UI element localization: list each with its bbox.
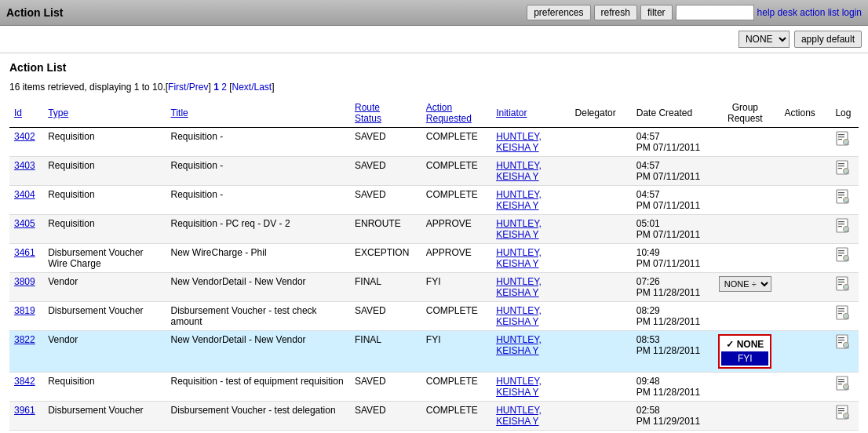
- cell-initiator: HUNTLEY,KEISHA Y: [491, 215, 570, 244]
- none-select[interactable]: NONE: [739, 31, 790, 48]
- svg-rect-26: [838, 253, 844, 253]
- cell-group-request: [710, 128, 779, 157]
- svg-rect-50: [838, 381, 844, 382]
- first-prev-link[interactable]: First/Prev: [168, 82, 208, 93]
- cell-route-status: SAVED: [350, 402, 421, 431]
- header-action-requested: ActionRequested: [421, 99, 491, 128]
- header-group-request: GroupRequest: [710, 99, 779, 128]
- filter-button[interactable]: filter: [640, 5, 673, 20]
- cell-id: 3461: [9, 244, 43, 273]
- log-icon[interactable]: 🔍: [836, 405, 850, 420]
- cell-title: Disbursement Voucher - test check amount: [166, 302, 350, 331]
- group-request-dropdown[interactable]: ✓ NONE FYI: [718, 334, 771, 369]
- table-row: 3405 Requisition Requisition - PC req - …: [9, 215, 859, 244]
- cell-title: Requisition -: [166, 157, 350, 186]
- table-row: 3402 Requisition Requisition - SAVED COM…: [9, 128, 859, 157]
- svg-text:🔍: 🔍: [845, 140, 851, 146]
- cell-group-request: NONE ÷: [710, 273, 779, 302]
- log-icon[interactable]: 🔍: [836, 276, 850, 292]
- svg-rect-32: [838, 282, 844, 282]
- svg-text:🔍: 🔍: [845, 385, 851, 391]
- cell-type: Requisition: [43, 186, 166, 215]
- table-row: 3404 Requisition Requisition - SAVED COM…: [9, 186, 859, 215]
- svg-rect-44: [838, 340, 844, 340]
- header-id: Id: [9, 99, 43, 128]
- cell-action-requested: APPROVE: [421, 215, 491, 244]
- sub-bar: NONE apply default: [0, 26, 868, 53]
- svg-rect-57: [838, 413, 842, 413]
- svg-rect-31: [838, 279, 844, 280]
- cell-id: 3403: [9, 157, 43, 186]
- cell-route-status: FINAL: [350, 331, 421, 373]
- cell-type: Disbursement Voucher: [43, 402, 166, 431]
- cell-actions: [779, 373, 827, 402]
- cell-delegator: [571, 302, 632, 331]
- cell-date-created: 04:57PM 07/11/2011: [632, 157, 710, 186]
- pagination-info: 16 items retrieved, displaying 1 to 10.[…: [9, 82, 859, 93]
- apply-default-button[interactable]: apply default: [794, 31, 862, 48]
- cell-date-created: 04:57PM 07/11/2011: [632, 128, 710, 157]
- header-log: Log: [828, 99, 859, 128]
- cell-title: Requisition -: [166, 128, 350, 157]
- search-input[interactable]: [676, 5, 754, 20]
- cell-date-created: 07:26PM 11/28/2011: [632, 273, 710, 302]
- svg-text:🔍: 🔍: [845, 344, 851, 349]
- cell-id: 3842: [9, 373, 43, 402]
- cell-route-status: SAVED: [350, 128, 421, 157]
- log-icon[interactable]: 🔍: [836, 131, 850, 147]
- cell-title: New VendorDetail - New Vendor: [166, 331, 350, 373]
- cell-id: 3819: [9, 302, 43, 331]
- cell-title: Disbursement Voucher - test delegation: [166, 402, 350, 431]
- help-desk-link[interactable]: help desk action list login: [757, 7, 862, 18]
- header-actions: Actions: [779, 99, 827, 128]
- cell-id: 3402: [9, 128, 43, 157]
- cell-group-request: [710, 373, 779, 402]
- log-icon[interactable]: 🔍: [836, 376, 850, 391]
- cell-initiator: HUNTLEY,KEISHA Y: [491, 402, 570, 431]
- table-row: 3461 Disbursement Voucher Wire Charge Ne…: [9, 244, 859, 273]
- cell-actions: [779, 331, 827, 373]
- cell-date-created: 08:53PM 11/28/2011: [632, 331, 710, 373]
- cell-route-status: SAVED: [350, 186, 421, 215]
- cell-type: Vendor: [43, 331, 166, 373]
- log-icon[interactable]: 🔍: [836, 218, 850, 234]
- svg-rect-20: [838, 224, 844, 224]
- log-icon[interactable]: 🔍: [836, 334, 850, 350]
- cell-action-requested: COMPLETE: [421, 373, 491, 402]
- log-icon[interactable]: 🔍: [836, 189, 850, 205]
- page-2-link[interactable]: 2: [221, 82, 227, 93]
- group-request-select[interactable]: NONE ÷: [719, 276, 771, 292]
- dropdown-item-fyi[interactable]: FYI: [721, 351, 768, 366]
- log-icon[interactable]: 🔍: [836, 305, 850, 321]
- page-1-link[interactable]: 1: [213, 82, 219, 93]
- cell-type: Requisition: [43, 373, 166, 402]
- svg-rect-14: [838, 195, 844, 195]
- log-icon[interactable]: 🔍: [836, 247, 850, 263]
- cell-group-request: [710, 402, 779, 431]
- svg-rect-49: [838, 379, 844, 380]
- top-bar: Action List preferences refresh filter h…: [0, 0, 868, 26]
- preferences-button[interactable]: preferences: [527, 5, 590, 20]
- cell-log: 🔍: [828, 331, 859, 373]
- cell-title: New WireCharge - Phil: [166, 244, 350, 273]
- table-body: 3402 Requisition Requisition - SAVED COM…: [9, 128, 859, 431]
- table-row: 3822 Vendor New VendorDetail - New Vendo…: [9, 331, 859, 373]
- cell-route-status: SAVED: [350, 157, 421, 186]
- cell-delegator: [571, 157, 632, 186]
- cell-group-request: [710, 244, 779, 273]
- log-icon[interactable]: 🔍: [836, 160, 850, 176]
- cell-action-requested: COMPLETE: [421, 302, 491, 331]
- svg-rect-27: [838, 255, 842, 256]
- table-row: 3403 Requisition Requisition - SAVED COM…: [9, 157, 859, 186]
- cell-action-requested: COMPLETE: [421, 157, 491, 186]
- cell-type: Requisition: [43, 157, 166, 186]
- cell-log: 🔍: [828, 215, 859, 244]
- cell-route-status: FINAL: [350, 273, 421, 302]
- top-bar-controls: preferences refresh filter help desk act…: [527, 5, 862, 20]
- svg-rect-43: [838, 337, 844, 338]
- refresh-button[interactable]: refresh: [594, 5, 637, 20]
- dropdown-item-none[interactable]: ✓ NONE: [721, 337, 768, 351]
- cell-action-requested: APPROVE: [421, 244, 491, 273]
- next-last-link[interactable]: Next/Last: [232, 82, 272, 93]
- cell-log: 🔍: [828, 186, 859, 215]
